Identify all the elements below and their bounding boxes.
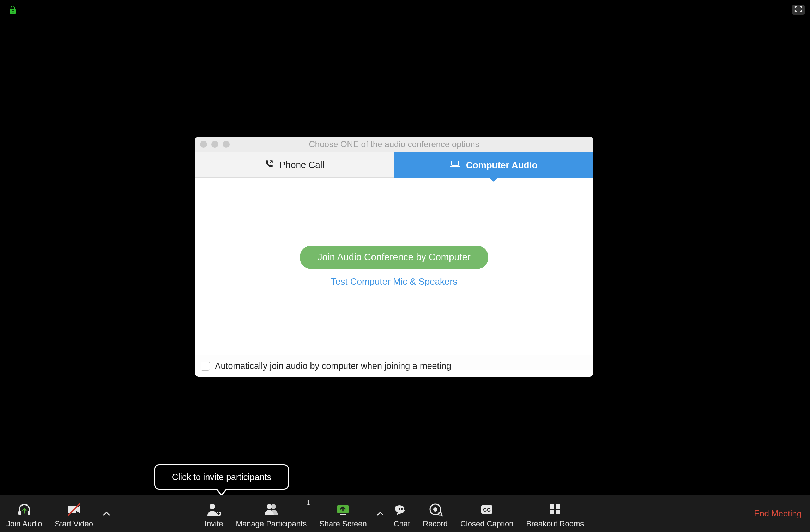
manage-participants-label: Manage Participants bbox=[236, 519, 307, 528]
svg-rect-23 bbox=[550, 510, 554, 514]
share-screen-label: Share Screen bbox=[319, 519, 367, 528]
laptop-icon bbox=[450, 160, 460, 171]
window-traffic-lights[interactable] bbox=[200, 137, 230, 152]
closed-caption-icon: CC bbox=[479, 502, 495, 517]
invite-tooltip: Click to invite participants bbox=[154, 464, 289, 490]
video-off-icon bbox=[66, 502, 82, 517]
closed-caption-button[interactable]: CC Closed Caption bbox=[454, 495, 520, 532]
invite-label: Invite bbox=[205, 519, 223, 528]
participants-count-badge: 1 bbox=[306, 499, 310, 507]
meeting-toolbar: Join Audio Start Video bbox=[0, 495, 810, 532]
record-button[interactable]: Record bbox=[416, 495, 454, 532]
record-icon bbox=[428, 502, 443, 517]
phone-icon bbox=[265, 159, 274, 171]
start-video-button[interactable]: Start Video bbox=[49, 495, 99, 532]
tab-computer-label: Computer Audio bbox=[466, 160, 538, 171]
breakout-rooms-button[interactable]: Breakout Rooms bbox=[520, 495, 591, 532]
headphones-icon bbox=[17, 502, 32, 517]
tab-computer-audio[interactable]: Computer Audio bbox=[394, 152, 593, 178]
manage-participants-button[interactable]: 1 Manage Participants bbox=[230, 495, 313, 532]
svg-rect-11 bbox=[340, 514, 346, 515]
fullscreen-button[interactable] bbox=[792, 5, 805, 15]
svg-point-13 bbox=[401, 508, 403, 510]
invite-person-icon bbox=[206, 502, 222, 517]
svg-point-12 bbox=[399, 508, 400, 510]
test-mic-speakers-link[interactable]: Test Computer Mic & Speakers bbox=[331, 276, 457, 287]
share-screen-icon bbox=[335, 502, 351, 517]
share-screen-button[interactable]: Share Screen bbox=[313, 495, 373, 532]
svg-point-9 bbox=[271, 504, 276, 509]
chat-button[interactable]: Chat bbox=[387, 495, 416, 532]
svg-rect-22 bbox=[556, 504, 560, 509]
dialog-body: Join Audio Conference by Computer Test C… bbox=[195, 178, 593, 355]
breakout-rooms-label: Breakout Rooms bbox=[526, 519, 584, 528]
window-minimize-dot[interactable] bbox=[211, 141, 218, 148]
fullscreen-icon bbox=[794, 6, 802, 14]
start-video-label: Start Video bbox=[55, 519, 93, 528]
participants-icon bbox=[264, 502, 279, 517]
join-audio-label: Join Audio bbox=[6, 519, 42, 528]
auto-join-label: Automatically join audio by computer whe… bbox=[215, 361, 451, 371]
dialog-tabs: Phone Call Computer Audio bbox=[195, 152, 593, 178]
chat-bubble-icon bbox=[394, 502, 410, 517]
chevron-up-icon bbox=[103, 509, 110, 518]
svg-point-8 bbox=[267, 504, 272, 509]
auto-join-checkbox[interactable] bbox=[201, 362, 210, 371]
video-options-caret[interactable] bbox=[99, 495, 114, 532]
invite-tooltip-text: Click to invite participants bbox=[172, 472, 271, 482]
tab-phone-label: Phone Call bbox=[279, 159, 324, 170]
encryption-lock-icon[interactable]: E bbox=[9, 6, 16, 15]
dialog-titlebar: Choose ONE of the audio conference optio… bbox=[195, 137, 593, 152]
svg-rect-1 bbox=[452, 161, 459, 165]
audio-options-dialog: Choose ONE of the audio conference optio… bbox=[195, 137, 593, 377]
svg-line-18 bbox=[441, 515, 442, 516]
dialog-footer: Automatically join audio by computer whe… bbox=[195, 355, 593, 377]
svg-rect-21 bbox=[550, 504, 554, 509]
chat-label: Chat bbox=[394, 519, 410, 528]
encryption-letter: E bbox=[11, 10, 14, 14]
closed-caption-label: Closed Caption bbox=[460, 519, 513, 528]
dialog-title: Choose ONE of the audio conference optio… bbox=[309, 139, 479, 149]
svg-rect-3 bbox=[28, 511, 30, 515]
window-close-dot[interactable] bbox=[200, 141, 207, 148]
breakout-rooms-icon bbox=[547, 502, 563, 517]
svg-text:CC: CC bbox=[483, 507, 491, 513]
chevron-up-icon bbox=[376, 509, 384, 518]
svg-rect-24 bbox=[556, 510, 560, 514]
record-label: Record bbox=[423, 519, 448, 528]
svg-point-16 bbox=[433, 507, 437, 512]
window-zoom-dot[interactable] bbox=[223, 141, 230, 148]
join-audio-by-computer-button[interactable]: Join Audio Conference by Computer bbox=[300, 246, 488, 269]
svg-point-6 bbox=[210, 504, 215, 509]
end-meeting-button[interactable]: End Meeting bbox=[754, 509, 802, 518]
svg-point-14 bbox=[404, 508, 405, 510]
join-audio-button[interactable]: Join Audio bbox=[0, 495, 49, 532]
tab-phone-call[interactable]: Phone Call bbox=[195, 152, 394, 178]
share-options-caret[interactable] bbox=[373, 495, 387, 532]
invite-button[interactable]: Invite bbox=[198, 495, 230, 532]
svg-rect-2 bbox=[18, 511, 21, 515]
